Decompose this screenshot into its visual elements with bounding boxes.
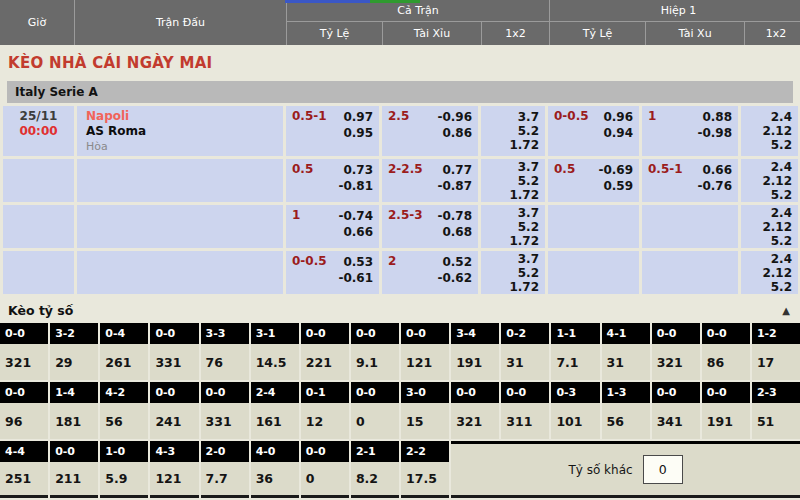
ft-overunder-cell-odd-top: 0.77	[442, 162, 472, 178]
ft-overunder-cell[interactable]: 2-2.50.77-0.87	[382, 159, 478, 202]
ft-handicap-cell[interactable]: 0.5-10.970.95	[286, 106, 379, 156]
score-odds-cell[interactable]: 14.5	[251, 344, 299, 380]
ft-1x2-cell[interactable]: 3.75.21.72	[481, 205, 545, 248]
score-label: 0-0	[0, 323, 48, 344]
score-odds-cell[interactable]: 161	[251, 403, 299, 439]
h1-overunder-cell-line: 0.5-1	[648, 162, 683, 202]
score-odds-cell[interactable]: 31	[602, 344, 650, 380]
h1-overunder-cell[interactable]	[642, 251, 738, 294]
score-odds-cell[interactable]: 12	[301, 403, 349, 439]
score-odds-cell[interactable]: 321	[451, 403, 499, 439]
ft-overunder-cell-odd-top: -0.96	[437, 109, 472, 125]
match-cell	[77, 159, 283, 202]
score-odds-cell[interactable]: 7.7	[201, 462, 249, 498]
h1-handicap-cell-odds: -0.690.59	[598, 162, 633, 202]
score-odds-cell[interactable]: 96	[0, 403, 48, 439]
score-odds-cell[interactable]: 17.5	[401, 462, 449, 498]
score-odds-cell[interactable]: 8.2	[351, 462, 399, 498]
score-odds-cell[interactable]: 9.1	[351, 344, 399, 380]
header-h1-overunder: Tài Xu	[646, 22, 744, 45]
score-odds-cell[interactable]: 56	[100, 403, 148, 439]
ft-overunder-cell[interactable]: 20.52-0.62	[382, 251, 478, 294]
score-odds-cell[interactable]: 331	[201, 403, 249, 439]
odds-row: 0.50.73-0.812-2.50.77-0.873.75.21.720.5-…	[3, 159, 800, 202]
ft-handicap-cell-odds: 0.73-0.81	[338, 162, 373, 202]
score-odds-cell[interactable]: 101	[551, 403, 599, 439]
h1-1x2-cell-val: 2.12	[762, 220, 792, 234]
h1-1x2-cell[interactable]: 2.42.125.2	[741, 205, 798, 248]
ft-overunder-cell-odds: 0.77-0.87	[437, 162, 472, 202]
collapse-arrow-icon[interactable]: ▲	[782, 305, 790, 316]
h1-overunder-cell[interactable]: 0.5-10.66-0.76	[642, 159, 738, 202]
score-odds-cell[interactable]: 261	[100, 344, 148, 380]
h1-overunder-cell[interactable]	[642, 205, 738, 248]
score-row: 4-42510-02111-05.94-31212-07.74-0360-002…	[0, 441, 800, 498]
h1-1x2-cell[interactable]: 2.42.125.2	[741, 159, 798, 202]
score-odds-cell[interactable]: 181	[50, 403, 98, 439]
score-odds-cell[interactable]: 341	[652, 403, 700, 439]
score-odds-cell[interactable]: 321	[652, 344, 700, 380]
score-label: 0-0	[301, 441, 349, 462]
score-odds-cell[interactable]: 56	[602, 403, 650, 439]
odds-row: 0-0.50.53-0.6120.52-0.623.75.21.722.42.1…	[3, 251, 800, 294]
score-odds-cell[interactable]: 7.1	[551, 344, 599, 380]
score-odds-cell[interactable]: 121	[150, 462, 198, 498]
ft-handicap-cell[interactable]: 0-0.50.53-0.61	[286, 251, 379, 294]
ft-handicap-cell[interactable]: 1-0.740.66	[286, 205, 379, 248]
h1-1x2-cell[interactable]: 2.42.125.2	[741, 251, 798, 294]
score-odds-cell[interactable]: 29	[50, 344, 98, 380]
h1-overunder-cell-odds: 0.66-0.76	[697, 162, 732, 202]
ft-overunder-cell[interactable]: 2.5-3-0.780.68	[382, 205, 478, 248]
h1-1x2-cell[interactable]: 2.42.125.2	[741, 106, 798, 156]
score-odds-cell[interactable]: 211	[50, 462, 98, 498]
score-label: 0-0	[351, 382, 399, 403]
other-score-input[interactable]: 0	[643, 455, 683, 484]
h1-overunder-cell-odd-top: 0.88	[702, 109, 732, 125]
ft-1x2-cell-val: 1.72	[509, 234, 539, 248]
top-green-strip	[370, 0, 420, 3]
ft-overunder-cell[interactable]: 2.5-0.960.86	[382, 106, 478, 156]
score-odds-cell[interactable]: 251	[0, 462, 48, 498]
score-odds-cell[interactable]: 17	[752, 344, 800, 380]
score-odds-cell[interactable]: 191	[451, 344, 499, 380]
ft-handicap-cell-line: 0-0.5	[292, 254, 327, 294]
score-label: 1-1	[551, 323, 599, 344]
score-odds-cell[interactable]: 5.9	[100, 462, 148, 498]
h1-handicap-cell-odd-bottom: 0.94	[603, 125, 633, 141]
score-label: 0-0	[50, 441, 98, 462]
ft-1x2-cell[interactable]: 3.75.21.72	[481, 251, 545, 294]
score-odds-cell[interactable]: 311	[501, 403, 549, 439]
score-odds-cell[interactable]: 51	[752, 403, 800, 439]
score-label: 0-0	[652, 323, 700, 344]
h1-handicap-cell[interactable]	[548, 251, 639, 294]
h1-overunder-cell-line: 1	[648, 109, 656, 156]
time-cell	[3, 159, 74, 202]
ft-1x2-cell[interactable]: 3.75.21.72	[481, 106, 545, 156]
h1-handicap-cell[interactable]: 0.5-0.690.59	[548, 159, 639, 202]
score-odds-cell[interactable]: 31	[501, 344, 549, 380]
score-odds-cell[interactable]: 221	[301, 344, 349, 380]
score-label: 3-3	[201, 323, 249, 344]
h1-handicap-cell[interactable]	[548, 205, 639, 248]
score-odds-cell[interactable]: 15	[401, 403, 449, 439]
score-odds-cell[interactable]: 36	[251, 462, 299, 498]
score-odds-cell[interactable]: 331	[150, 344, 198, 380]
ft-1x2-cell[interactable]: 3.75.21.72	[481, 159, 545, 202]
score-label: 4-1	[602, 323, 650, 344]
score-odds-cell[interactable]: 321	[0, 344, 48, 380]
score-odds-cell[interactable]: 0	[301, 462, 349, 498]
h1-1x2-cell-val: 2.4	[771, 160, 792, 174]
score-odds-cell[interactable]: 76	[201, 344, 249, 380]
h1-1x2-cell-val: 2.12	[762, 174, 792, 188]
h1-overunder-cell[interactable]: 10.88-0.98	[642, 106, 738, 156]
score-odds-cell[interactable]: 121	[401, 344, 449, 380]
h1-handicap-cell[interactable]: 0-0.50.960.94	[548, 106, 639, 156]
score-odds-cell[interactable]: 191	[702, 403, 750, 439]
score-odds-cell[interactable]: 0	[351, 403, 399, 439]
ft-handicap-cell[interactable]: 0.50.73-0.81	[286, 159, 379, 202]
header-time: Giờ	[0, 0, 74, 45]
score-odds-cell[interactable]: 241	[150, 403, 198, 439]
score-odds-cell[interactable]: 86	[702, 344, 750, 380]
h1-1x2-cell-val: 2.4	[771, 206, 792, 220]
score-label: 0-1	[301, 382, 349, 403]
